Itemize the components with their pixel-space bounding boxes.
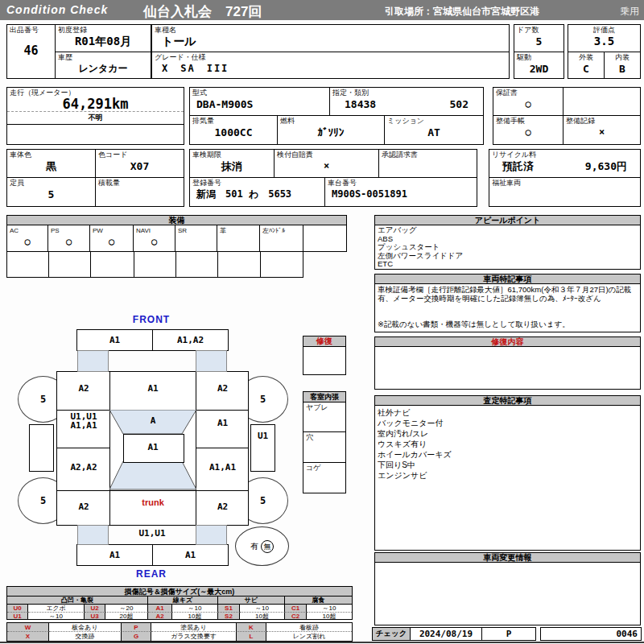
left-side-sill bbox=[29, 424, 54, 472]
field-label: 車種名 bbox=[152, 25, 509, 35]
drive-type-field: 駆動 2WD bbox=[514, 52, 564, 79]
legend-code: A2 bbox=[148, 613, 172, 620]
field-label: 積載量 bbox=[96, 178, 184, 188]
seam bbox=[196, 490, 249, 491]
legend-code: C1 bbox=[285, 605, 307, 613]
cabin-lining-header: 客室内張 bbox=[303, 391, 346, 402]
field-label: 車歴 bbox=[56, 52, 151, 63]
legend-desc: 10超 bbox=[307, 613, 352, 620]
field-label: 車体色 bbox=[7, 150, 95, 160]
field-value: 2WD bbox=[514, 63, 564, 75]
field-label: リサイクル料 bbox=[489, 150, 640, 160]
left-rear-door-mark: A2,A2 bbox=[57, 463, 110, 473]
windshield-mark: A bbox=[109, 416, 196, 426]
color-code-field: 色コード X07 bbox=[95, 149, 184, 178]
list-item: エアバッグ bbox=[375, 226, 640, 235]
legend-code: U2 bbox=[85, 605, 105, 613]
hood-mark: A1 bbox=[109, 384, 196, 394]
legend-desc: ～10 bbox=[28, 613, 85, 620]
transmission-field: ミッション AT bbox=[384, 115, 484, 145]
appeal-panel: エアバッグABSプッシュスタート左側パワースライドドアETC bbox=[374, 225, 641, 270]
repair-small-panel bbox=[303, 346, 346, 375]
field-value: ○ bbox=[493, 98, 563, 110]
approval-request-field: 承認請求書 bbox=[378, 149, 477, 178]
list-item: バックモニター付 bbox=[375, 418, 640, 428]
legend-desc: 10超 bbox=[172, 613, 218, 620]
legend-group-rust: サビ bbox=[218, 597, 285, 605]
interior-grade-field: 内装 B bbox=[604, 52, 641, 79]
legend-code: U0 bbox=[7, 605, 28, 613]
legend-desc: ～10 bbox=[172, 605, 218, 613]
front-left-corner-patch bbox=[77, 350, 109, 372]
field-value: 抹消 bbox=[190, 160, 274, 172]
right-side-sill: U1 bbox=[250, 424, 275, 472]
odometer-field: 走行（現メーター） 64,291km 不明 bbox=[6, 87, 184, 145]
field-label: ドア数 bbox=[514, 25, 564, 35]
check-row: チェック 2024/08/19 P bbox=[372, 627, 536, 641]
list-item: 社外ナビ bbox=[375, 407, 640, 418]
spare-no-label: 無 bbox=[261, 540, 274, 553]
field-value: × bbox=[275, 160, 378, 172]
legend-code: A1 bbox=[148, 605, 172, 613]
legend-code: C2 bbox=[285, 613, 307, 620]
warranty-book-field: 保証書 ○ bbox=[493, 87, 564, 116]
seam bbox=[57, 448, 110, 448]
diagram-front-label: FRONT bbox=[121, 314, 182, 325]
class-number: 502 bbox=[450, 98, 469, 110]
rear-panel-mark: U1,U1 bbox=[109, 529, 196, 539]
field-value: ○ bbox=[493, 126, 563, 138]
vehicle-notes-body: 車検証備考欄［走行距離記録最大値］61,700km(令和３年７月27日)の記載有… bbox=[375, 284, 640, 303]
first-registration-field: 初度登録 R01年08月 bbox=[55, 24, 151, 52]
right-side-sill-mark: U1 bbox=[251, 431, 275, 441]
recycle-amount: 9,630円 bbox=[585, 160, 627, 172]
equipment-cell-sr: SR bbox=[175, 225, 217, 252]
legend-code: P bbox=[122, 623, 151, 632]
inspection-expiry-field: 車検期限 抹消 bbox=[189, 149, 275, 178]
field-value: 3.5 bbox=[568, 35, 640, 47]
equipment-cell-ps: PS ○ bbox=[47, 225, 90, 252]
repair-code-table: W 板金あり P 塗装あり K 看板跡 X 交換跡 G ガラス交換要す L レン… bbox=[6, 622, 353, 642]
equipment-cell-leather: 革 bbox=[217, 225, 260, 252]
insurance-field: 検付自賠責 × bbox=[274, 149, 379, 178]
legend-desc: ～20 bbox=[105, 605, 148, 613]
field-label: 定員 bbox=[7, 178, 95, 188]
field-value: AT bbox=[385, 126, 483, 138]
seam bbox=[57, 410, 110, 411]
repair-small-header: 修復 bbox=[303, 336, 346, 347]
check-label-cell: チェック bbox=[373, 628, 411, 640]
legend-code: K bbox=[237, 623, 266, 632]
equipment-cell-pw: PW ○ bbox=[89, 225, 134, 252]
recycle-status: 預託済 bbox=[502, 160, 534, 172]
field-label: 福祉車両 bbox=[489, 178, 640, 188]
legend-code: U3 bbox=[85, 613, 105, 620]
model-code-field: 型式 DBA-M900S bbox=[189, 87, 330, 116]
seating-capacity-field: 定員 5 bbox=[6, 177, 96, 207]
field-value: レンタカー bbox=[56, 63, 151, 75]
legend-code: W bbox=[7, 623, 49, 632]
spare-tire-indicator: 有 無 bbox=[235, 526, 289, 566]
left-front-fender-mark: A2 bbox=[57, 384, 110, 394]
equipment-label: PS bbox=[48, 225, 89, 236]
odometer-note: 不明 bbox=[7, 112, 184, 124]
legend-desc: 塗装あり bbox=[151, 623, 237, 632]
field-value: 5 bbox=[7, 188, 95, 200]
equipment-mark: ○ bbox=[7, 236, 47, 248]
legend-desc: ～10 bbox=[240, 605, 285, 613]
field-value: DBA-M900S bbox=[190, 98, 329, 110]
seam bbox=[196, 410, 249, 411]
legend-group-dent: 凸凹・亀裂 bbox=[7, 597, 148, 605]
field-label: 登録番号 bbox=[190, 178, 324, 188]
score-field: 評価点 3.5 bbox=[568, 24, 641, 52]
legend-desc: エクボ bbox=[28, 605, 85, 613]
rear-bumper-left-mark: A1 bbox=[77, 545, 153, 565]
vehicle-category: 乗用 bbox=[620, 5, 639, 19]
field-value: × bbox=[564, 126, 640, 138]
cabin-row-burn: コゲ bbox=[303, 462, 346, 493]
divider bbox=[7, 111, 184, 112]
list-item: ETC bbox=[375, 260, 640, 269]
check-date: 2024/08/19 bbox=[411, 628, 482, 640]
legend-code: S1 bbox=[218, 605, 240, 613]
header-bar: Condition Check 仙台入札会 727回 引取場所：宮城県仙台市宮城… bbox=[0, 0, 644, 20]
equipment-cell-navi: NAVI ○ bbox=[133, 225, 175, 252]
legend-code: X bbox=[7, 632, 49, 641]
